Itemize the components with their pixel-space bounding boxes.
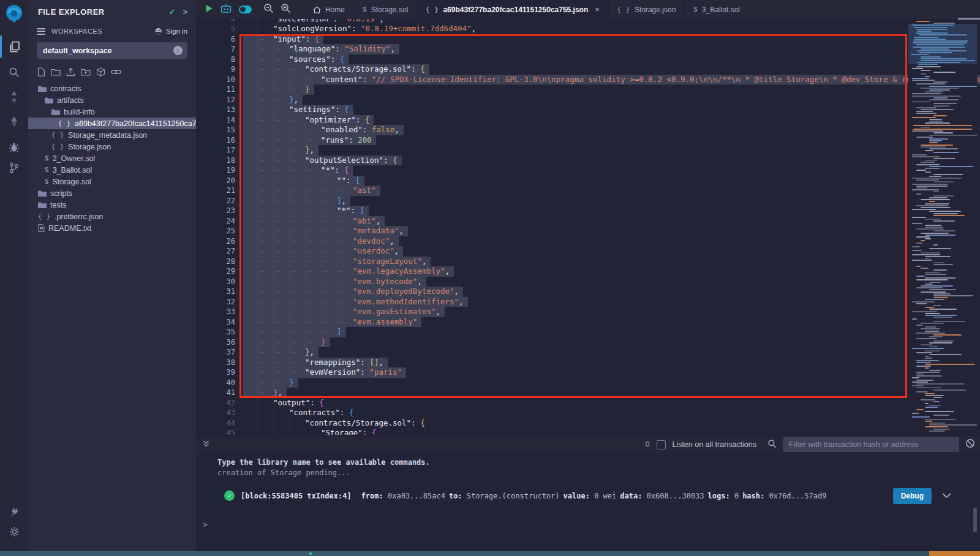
plugin-manager-icon[interactable] [0,501,28,523]
code-line-40[interactable]: 40} [196,378,980,388]
tx-expand-chevron-icon[interactable] [941,490,952,502]
tree-item-build-info[interactable]: build-info [28,106,196,118]
code-line-26[interactable]: 26"devdoc", [196,236,980,247]
tree-item-artifacts[interactable]: artifacts [28,94,196,106]
tree-item-readme-txt[interactable]: README.txt [28,222,196,234]
tab-storage-sol[interactable]: SStorage.sol [354,0,417,19]
new-folder-icon[interactable] [51,68,61,77]
deploy-run-icon[interactable] [0,110,28,132]
new-file-icon[interactable] [37,67,45,77]
ai-assistant-icon[interactable] [220,3,232,16]
code-line-22[interactable]: 22], [196,196,980,206]
ipfs-box-icon[interactable] [96,67,105,77]
code-line-39[interactable]: 39"evmVersion": "paris" [196,367,980,378]
code-line-24[interactable]: 24"abi", [196,216,980,227]
sign-in-button[interactable]: Sign in [154,28,187,36]
tx-filter-input[interactable] [783,437,959,452]
tab-a69b43f277ba20fcac141151250ca755-json[interactable]: { }a69b43f277ba20fcac141151250ca755.json… [417,0,609,19]
upload-folder-icon[interactable] [81,68,91,77]
search-icon[interactable] [0,61,28,83]
code-line-43[interactable]: 43"contracts": { [196,408,980,418]
transaction-log-row[interactable]: ✓ [block:5583405 txIndex:4] from: 0xa03.… [224,490,826,501]
close-tab-icon[interactable]: × [595,5,600,14]
code-line-34[interactable]: 34"evm.assembly" [196,317,980,328]
tree-item-scripts[interactable]: scripts [28,187,196,199]
code-line-27[interactable]: 27"userdoc", [196,246,980,257]
code-line-12[interactable]: 12}, [196,95,980,105]
code-line-13[interactable]: 13"settings": { [196,105,980,115]
tree-item-2-owner-sol[interactable]: S2_Owner.sol [28,152,196,164]
code-line-14[interactable]: 14"optimizer": { [196,115,980,126]
code-line-32[interactable]: 32"evm.methodIdentifiers", [196,297,980,307]
settings-gear-icon[interactable] [0,520,28,543]
code-line-20[interactable]: 20"": [ [196,176,980,186]
code-line-31[interactable]: 31"evm.deployedBytecode", [196,287,980,297]
code-line-23[interactable]: 23"*": [ [196,206,980,216]
code-line-17[interactable]: 17}, [196,145,980,156]
minimap[interactable] [908,19,977,435]
code-line-25[interactable]: 25"metadata", [196,226,980,236]
code-line-7[interactable]: 7"language": "Solidity", [196,44,980,54]
code-line-21[interactable]: 21"ast" [196,186,980,196]
code-line-11[interactable]: 11} [196,85,980,95]
workspaces-menu-icon[interactable] [37,26,45,36]
file-explorer-icon[interactable] [0,36,28,58]
tab-storage-json[interactable]: { }Storage.json [609,0,685,19]
link-icon[interactable] [111,68,121,76]
tree-item-storage-json[interactable]: { }Storage.json [28,141,196,152]
source-control-icon[interactable] [0,157,28,179]
code-line-10[interactable]: 10"content": "// SPDX-License-Identifier… [196,75,980,85]
code-line-37[interactable]: 37}, [196,347,980,358]
tree-item--prettierrc-json[interactable]: { }.prettierrc.json [28,211,196,222]
code-line-30[interactable]: 30"evm.bytecode", [196,277,980,287]
check-icon: ✓ [169,7,176,17]
terminal-prompt[interactable]: > [203,520,208,529]
expand-terminal-icon[interactable] [202,439,210,450]
code-line-19[interactable]: 19"*": { [196,165,980,176]
code-line-38[interactable]: 38"remappings": [], [196,358,980,368]
tree-item-tests[interactable]: tests [28,199,196,211]
clear-terminal-icon[interactable] [965,438,975,451]
code-line-45[interactable]: 45"Storage": { [196,428,980,435]
solidity-compiler-icon[interactable] [0,86,28,108]
copilot-toggle[interactable] [239,6,252,13]
tabbar-scrollbar[interactable] [958,18,980,20]
tree-item-contracts[interactable]: contracts [28,83,196,94]
chevron-right-icon[interactable]: > [183,7,187,17]
code-line-4[interactable]: 4"solcVersion": "0.8.19", [196,19,980,24]
code-line-9[interactable]: 9"contracts/Storage.sol": { [196,64,980,75]
debug-button[interactable]: Debug [893,488,932,504]
code-line-28[interactable]: 28"storageLayout", [196,257,980,267]
tab-3-ballot-sol[interactable]: S3_Ballot.sol [685,0,749,19]
terminal-scrollbar[interactable] [973,508,977,532]
code-line-35[interactable]: 35] [196,327,980,337]
code-line-42[interactable]: 42"output": { [196,398,980,408]
listen-checkbox[interactable] [657,440,666,449]
code-line-8[interactable]: 8"sources": { [196,54,980,65]
code-editor[interactable]: 4"solcVersion": "0.8.19",5"solcLongVersi… [196,19,980,435]
code-line-41[interactable]: 41}, [196,388,980,398]
run-script-icon[interactable] [205,4,213,15]
code-line-15[interactable]: 15"enabled": false, [196,125,980,135]
zoom-in-icon[interactable] [281,3,291,16]
tree-item-storage-sol[interactable]: SStorage.sol [28,176,196,187]
terminal-search-icon[interactable] [767,439,777,451]
code-line-5[interactable]: 5"solcLongVersion": "0.8.19+commit.7dd6d… [196,24,980,34]
code-line-29[interactable]: 29"evm.legacyAssembly", [196,266,980,277]
code-line-6[interactable]: 6"input": { [196,34,980,45]
statusbar-alpha-badge [929,551,980,556]
zoom-out-icon[interactable] [263,3,274,16]
code-line-18[interactable]: 18"outputSelection": { [196,156,980,166]
upload-file-icon[interactable] [66,67,75,77]
remix-logo-icon[interactable] [0,2,28,24]
tree-item-a69b43f277ba20fcac141151250ca7-[interactable]: { }a69b43f277ba20fcac141151250ca7... [28,118,196,129]
tree-item-3-ballot-sol[interactable]: S3_Ballot.sol [28,164,196,176]
code-line-33[interactable]: 33"evm.gasEstimates", [196,307,980,317]
debugger-icon[interactable] [0,136,28,158]
code-line-44[interactable]: 44"contracts/Storage.sol": { [196,418,980,429]
code-line-36[interactable]: 36} [196,337,980,348]
code-line-16[interactable]: 16"runs": 200 [196,135,980,146]
tab-home[interactable]: Home [304,0,354,19]
tree-item-storage-metadata-json[interactable]: { }Storage_metadata.json [28,129,196,141]
workspace-select[interactable]: default_workspace ↕ [37,42,187,59]
